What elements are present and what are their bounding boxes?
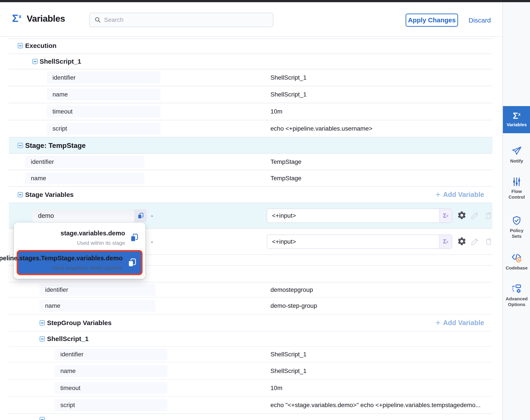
field-value: demostepgroup (270, 286, 313, 293)
header: Σx Variables Apply Changes Discard (0, 2, 502, 37)
field-value: ShellScript_1 (270, 367, 307, 375)
collapse-minus-icon[interactable] (40, 320, 45, 326)
shield-check-icon (511, 215, 522, 226)
field-value: echo "<+stage.variables.demo>" echo <+pi… (270, 402, 481, 409)
collapse-minus-icon[interactable] (18, 143, 23, 148)
trash-icon[interactable] (484, 237, 493, 247)
section-row-stage-tempstage: Stage: TempStage (9, 137, 492, 154)
field-label-box: name (25, 172, 145, 184)
variable-path: stage.variables.demo (60, 230, 125, 237)
plus-icon: + (436, 191, 440, 198)
sliders-icon (512, 177, 522, 187)
field-row: timeout 10m (9, 103, 492, 120)
variable-name-field[interactable]: demo (32, 209, 147, 222)
section-label: Stage Variables (25, 191, 74, 198)
sidebar-item-codebase[interactable]: Codebase (503, 252, 530, 271)
paper-plane-icon (511, 146, 522, 156)
field-label-box: script (55, 399, 167, 411)
variable-path: pipeline.stages.TempStage.variables.demo (0, 255, 123, 262)
section-row-stepgroup-variables: StepGroup Variables + Add Variable (9, 315, 492, 331)
section-row-shellscript1-nested: ShellScript_1 (9, 331, 492, 347)
field-value: 10m (270, 385, 282, 391)
field-value: demo-step-group (270, 302, 317, 309)
search-icon (94, 17, 101, 23)
variable-scope: Used within its stage (77, 240, 125, 246)
window-top-strip (0, 0, 530, 2)
sidebar-item-notify[interactable]: Notify (503, 146, 530, 164)
field-label-box: name (39, 300, 155, 312)
field-label-box: identifier (47, 72, 161, 84)
field-row: name TempStage (9, 170, 492, 187)
sidebar-item-flow-control[interactable]: Flow Control (503, 177, 530, 200)
collapse-minus-icon[interactable] (18, 43, 23, 48)
plus-icon: + (436, 319, 440, 326)
right-sidebar: Σx Variables Notify Flow Control Policy … (502, 2, 530, 420)
flowchart-gear-icon (511, 283, 522, 294)
field-value: TempStage (270, 175, 302, 182)
field-value: 10m (270, 108, 282, 115)
search-input[interactable] (104, 13, 270, 27)
discard-button[interactable]: Discard (469, 17, 491, 24)
field-value: TempStage (270, 158, 302, 165)
variable-value-input[interactable]: <+input> Σx (267, 235, 452, 249)
copy-icon[interactable] (128, 258, 137, 268)
section-row-stage-variables: Stage Variables + Add Variable (9, 187, 492, 203)
field-row: name demo-step-group (9, 298, 492, 315)
field-label-box: identifier (55, 348, 167, 360)
collapse-minus-icon[interactable] (40, 417, 45, 420)
collapse-minus-icon[interactable] (18, 192, 23, 197)
section-label: ShellScript_1 (40, 58, 81, 65)
variable-path-popup: stage.variables.demo Used within its sta… (14, 223, 145, 279)
copy-icon[interactable] (130, 233, 139, 243)
popup-entry-pipeline-scope-selected[interactable]: pipeline.stages.TempStage.variables.demo… (17, 250, 143, 275)
gear-icon[interactable] (457, 237, 467, 247)
section-label: Stage: TempStage (25, 141, 86, 150)
field-label-box: timeout (55, 382, 167, 394)
variable-value-input[interactable]: <+input> Σx (267, 209, 452, 223)
field-row: script echo "<+stage.variables.demo>" ec… (9, 397, 492, 414)
field-row: identifier TempStage (9, 154, 492, 170)
trash-icon[interactable] (484, 211, 493, 221)
field-label-box: identifier (39, 284, 155, 296)
field-label-box: name (55, 365, 167, 377)
field-row: identifier ShellScript_1 (9, 347, 492, 362)
code-warning-icon (511, 252, 522, 263)
expression-sigma-toggle[interactable]: Σx (439, 209, 452, 223)
field-value: ShellScript_1 (270, 91, 307, 98)
variables-sigma-logo-icon: Σx (12, 13, 21, 24)
collapse-minus-icon[interactable] (40, 336, 45, 342)
field-label-box: timeout (47, 106, 161, 118)
copy-icon[interactable] (134, 209, 147, 222)
field-value: ShellScript_1 (270, 74, 307, 81)
section-row-shellscript1: ShellScript_1 (9, 54, 492, 69)
field-value: echo <+pipeline.variables.username> (270, 125, 372, 132)
field-row: identifier ShellScript_1 (9, 69, 492, 86)
field-value: ShellScript_1 (270, 351, 307, 358)
page-title: Variables (27, 14, 65, 24)
field-row: name ShellScript_1 (9, 86, 492, 103)
pencil-icon[interactable] (471, 211, 480, 221)
field-label-box: script (47, 123, 161, 135)
collapse-minus-icon[interactable] (32, 59, 38, 64)
field-row: identifier demostepgroup (9, 282, 492, 298)
expression-sigma-toggle[interactable]: Σx (439, 235, 452, 249)
add-variable-button[interactable]: + Add Variable (436, 319, 484, 327)
required-dash: - (151, 212, 153, 219)
search-box[interactable] (89, 13, 273, 27)
sidebar-item-variables[interactable]: Σx Variables (503, 106, 530, 133)
section-label: ShellScript_1 (47, 335, 88, 343)
pencil-icon[interactable] (471, 237, 480, 247)
sidebar-item-policy-sets[interactable]: Policy Sets (503, 215, 530, 239)
add-variable-button[interactable]: + Add Variable (436, 191, 484, 199)
required-dash: - (151, 238, 153, 245)
field-row: script echo <+pipeline.variables.usernam… (9, 120, 492, 137)
apply-changes-button[interactable]: Apply Changes (406, 14, 458, 27)
gear-icon[interactable] (457, 210, 467, 221)
field-label-box: name (47, 89, 161, 100)
popup-entry-stage-scope[interactable]: stage.variables.demo Used within its sta… (14, 225, 145, 250)
section-row-execution: Execution (9, 38, 492, 54)
field-row: timeout 10m (9, 380, 492, 397)
sigma-x-icon: Σx (513, 111, 520, 120)
sidebar-item-advanced-options[interactable]: Advanced Options (503, 283, 530, 308)
variable-scope: Used anywhere within pipeline (52, 265, 123, 271)
